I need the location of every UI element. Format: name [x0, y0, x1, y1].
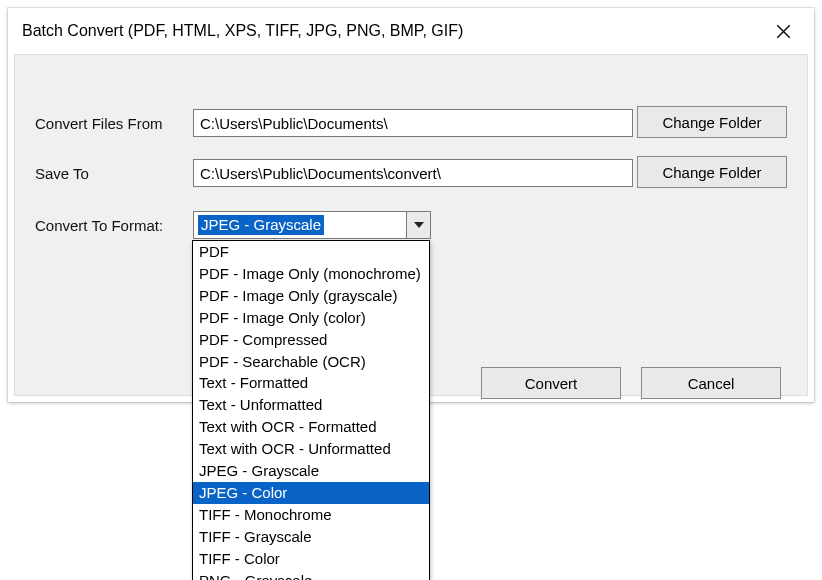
- cancel-button[interactable]: Cancel: [641, 367, 781, 399]
- format-option[interactable]: PDF: [193, 241, 429, 263]
- format-selected: JPEG - Grayscale: [194, 212, 406, 238]
- label-save-to: Save To: [35, 165, 193, 182]
- format-option[interactable]: PDF - Image Only (monochrome): [193, 263, 429, 285]
- format-option[interactable]: TIFF - Color: [193, 548, 429, 570]
- format-option[interactable]: TIFF - Grayscale: [193, 526, 429, 548]
- format-option[interactable]: PDF - Searchable (OCR): [193, 351, 429, 373]
- format-dropdown-list[interactable]: PDFPDF - Image Only (monochrome)PDF - Im…: [192, 240, 430, 580]
- dialog-title: Batch Convert (PDF, HTML, XPS, TIFF, JPG…: [22, 22, 463, 40]
- change-folder-saveto-button[interactable]: Change Folder: [637, 156, 787, 188]
- format-dropdown-button[interactable]: [406, 212, 430, 238]
- format-option[interactable]: TIFF - Monochrome: [193, 504, 429, 526]
- input-convert-from[interactable]: [193, 109, 633, 137]
- input-save-to[interactable]: [193, 159, 633, 187]
- convert-button[interactable]: Convert: [481, 367, 621, 399]
- format-combobox[interactable]: JPEG - Grayscale: [193, 211, 431, 239]
- format-option[interactable]: Text - Unformatted: [193, 394, 429, 416]
- format-option[interactable]: JPEG - Grayscale: [193, 460, 429, 482]
- action-buttons: Convert Cancel: [481, 367, 781, 399]
- label-convert-from: Convert Files From: [35, 115, 193, 132]
- row-format: Convert To Format: JPEG - Grayscale: [35, 211, 787, 239]
- titlebar: Batch Convert (PDF, HTML, XPS, TIFF, JPG…: [8, 8, 814, 54]
- row-save-to: Save To Change Folder: [35, 159, 787, 187]
- format-option[interactable]: Text with OCR - Unformatted: [193, 438, 429, 460]
- format-option[interactable]: PDF - Image Only (color): [193, 307, 429, 329]
- label-format: Convert To Format:: [35, 217, 193, 234]
- format-option[interactable]: PNG - Grayscale: [193, 570, 429, 580]
- format-option[interactable]: PDF - Compressed: [193, 329, 429, 351]
- batch-convert-dialog: Batch Convert (PDF, HTML, XPS, TIFF, JPG…: [8, 8, 814, 402]
- change-folder-from-button[interactable]: Change Folder: [637, 106, 787, 138]
- row-convert-from: Convert Files From Change Folder: [35, 109, 787, 137]
- format-selected-text: JPEG - Grayscale: [198, 215, 324, 235]
- format-option[interactable]: JPEG - Color: [193, 482, 429, 504]
- format-option[interactable]: PDF - Image Only (grayscale): [193, 285, 429, 307]
- chevron-down-icon: [414, 222, 424, 228]
- format-option[interactable]: Text with OCR - Formatted: [193, 416, 429, 438]
- close-icon[interactable]: [768, 16, 798, 46]
- format-option[interactable]: Text - Formatted: [193, 372, 429, 394]
